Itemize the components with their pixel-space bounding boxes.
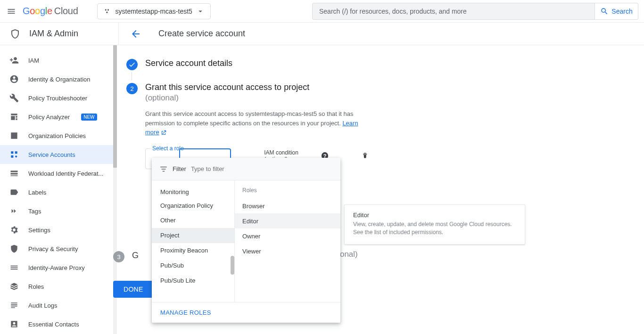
- shield-icon: [9, 28, 21, 40]
- product-title: IAM & Admin: [29, 29, 78, 39]
- sidebar-item-policy-analyzer[interactable]: Policy Analyzer NEW: [0, 107, 113, 126]
- sidebar-item-identity-organization[interactable]: Identity & Organization: [0, 70, 113, 89]
- sidebar-item-identity-aware-proxy[interactable]: Identity-Aware Proxy: [0, 258, 113, 277]
- sidebar-item-label: Settings: [28, 227, 50, 234]
- svg-point-2: [106, 11, 107, 13]
- roles-icon: [9, 282, 19, 291]
- svg-point-0: [105, 9, 106, 10]
- category-pubsub[interactable]: Pub/Sub: [152, 258, 234, 273]
- trash-icon[interactable]: [361, 151, 369, 160]
- roles-column: Roles Browser Editor Owner Viewer: [235, 180, 340, 302]
- logo-cloud-text: Cloud: [54, 6, 78, 16]
- sidebar-item-label: Identity & Organization: [28, 76, 91, 83]
- filter-label: Filter: [173, 165, 186, 172]
- sidebar-item-label: Workload Identity Federat...: [28, 170, 103, 177]
- step2-description: Grant this service account access to sys…: [145, 109, 369, 137]
- role-editor[interactable]: Editor: [235, 213, 340, 228]
- iap-icon: [9, 263, 19, 272]
- sidebar-item-service-accounts[interactable]: Service Accounts: [0, 145, 113, 164]
- security-icon: [9, 244, 19, 253]
- step-connector: [132, 72, 132, 81]
- google-cloud-logo[interactable]: Google Cloud: [23, 6, 78, 16]
- contacts-icon: [9, 319, 19, 329]
- category-other[interactable]: Other: [152, 213, 234, 228]
- category-proximity-beacon[interactable]: Proximity Beacon: [152, 243, 234, 258]
- workload-icon: [9, 169, 19, 178]
- category-pubsub-lite[interactable]: Pub/Sub Lite: [152, 273, 234, 288]
- external-link-icon: [160, 130, 167, 136]
- step2-circle: 2: [126, 83, 138, 94]
- sidebar-item-policy-troubleshooter[interactable]: Policy Troubleshooter: [0, 89, 113, 107]
- gear-icon: [9, 225, 19, 235]
- sidebar-item-label: Tags: [28, 208, 41, 215]
- filter-input[interactable]: [191, 165, 333, 172]
- role-viewer[interactable]: Viewer: [235, 244, 340, 259]
- project-icon: [103, 7, 112, 16]
- role-browser[interactable]: Browser: [235, 198, 340, 213]
- hamburger-menu-icon[interactable]: [6, 6, 17, 17]
- category-project[interactable]: Project: [152, 228, 234, 243]
- filter-icon: [159, 165, 168, 173]
- sidebar-item-audit-logs[interactable]: Audit Logs: [0, 296, 113, 315]
- tags-icon: [9, 206, 19, 216]
- done-button[interactable]: DONE: [113, 281, 154, 298]
- sidebar-item-label: IAM: [28, 57, 39, 64]
- step3-title: G: [132, 251, 139, 261]
- back-arrow-icon[interactable]: [130, 28, 141, 40]
- category-column[interactable]: Monitoring Organization Policy Other Pro…: [152, 180, 235, 302]
- new-badge: NEW: [81, 114, 97, 121]
- service-account-icon: [9, 150, 19, 159]
- tooltip-description: View, create, update, and delete most Go…: [353, 220, 516, 236]
- sidebar-item-labels[interactable]: Labels: [0, 183, 113, 202]
- step2-optional: (optional): [145, 93, 309, 103]
- sidebar-item-label: Privacy & Security: [28, 245, 78, 253]
- project-picker[interactable]: systemtestapp-mcas-test5: [97, 3, 211, 19]
- category-organization-policy[interactable]: Organization Policy: [152, 199, 234, 213]
- sidebar-item-tags[interactable]: Tags: [0, 202, 113, 220]
- sidebar-item-essential-contacts[interactable]: Essential Contacts: [0, 315, 113, 334]
- step1-check-icon: [126, 59, 138, 70]
- sidebar-item-label: Organization Policies: [28, 132, 86, 139]
- role-picker-popover: Filter Monitoring Organization Policy Ot…: [152, 158, 340, 323]
- role-tooltip: Editor View, create, update, and delete …: [344, 204, 525, 244]
- label-icon: [9, 187, 19, 197]
- sidebar-item-roles[interactable]: Roles: [0, 277, 113, 296]
- list-icon: [9, 131, 19, 140]
- policy-analyzer-icon: [9, 112, 19, 122]
- search-button[interactable]: Search: [595, 3, 638, 20]
- step2-title: Grant this service account access to pro…: [145, 82, 309, 92]
- search-input[interactable]: Search (/) for resources, docs, products…: [312, 3, 595, 20]
- sidebar-item-label: Policy Troubleshooter: [28, 95, 87, 102]
- sidebar-item-settings[interactable]: Settings: [0, 220, 113, 239]
- step3-circle: 3: [113, 251, 124, 262]
- sidebar: IAM Identity & Organization Policy Troub…: [0, 45, 113, 334]
- sidebar-item-organization-policies[interactable]: Organization Policies: [0, 126, 113, 145]
- search-icon: [600, 7, 609, 16]
- sidebar-item-workload-identity[interactable]: Workload Identity Federat...: [0, 164, 113, 183]
- wrench-icon: [9, 93, 19, 103]
- svg-point-1: [107, 9, 108, 10]
- category-monitoring[interactable]: Monitoring: [152, 184, 234, 199]
- search-button-label: Search: [611, 8, 632, 15]
- sidebar-item-iam[interactable]: IAM: [0, 51, 113, 70]
- project-name: systemtestapp-mcas-test5: [116, 8, 192, 15]
- sidebar-item-label: Audit Logs: [28, 302, 57, 309]
- sidebar-item-label: Essential Contacts: [28, 321, 79, 328]
- sidebar-item-label: Roles: [28, 283, 44, 290]
- sidebar-item-privacy-security[interactable]: Privacy & Security: [0, 239, 113, 258]
- account-circle-icon: [9, 74, 19, 84]
- page-title: Create service account: [158, 29, 245, 39]
- sidebar-item-label: Identity-Aware Proxy: [28, 264, 85, 271]
- dropdown-icon: [196, 7, 205, 16]
- filter-row[interactable]: Filter: [152, 158, 340, 180]
- manage-roles-link[interactable]: MANAGE ROLES: [160, 309, 211, 316]
- sidebar-item-label: Policy Analyzer: [28, 114, 70, 121]
- category-scrollthumb[interactable]: [231, 256, 234, 275]
- sidebar-item-label: Service Accounts: [28, 151, 75, 158]
- sidebar-item-label: Labels: [28, 189, 46, 196]
- audit-logs-icon: [9, 301, 19, 310]
- roles-header: Roles: [235, 184, 340, 198]
- role-owner[interactable]: Owner: [235, 228, 340, 244]
- search-placeholder: Search (/) for resources, docs, products…: [319, 8, 467, 15]
- tooltip-title: Editor: [353, 212, 516, 219]
